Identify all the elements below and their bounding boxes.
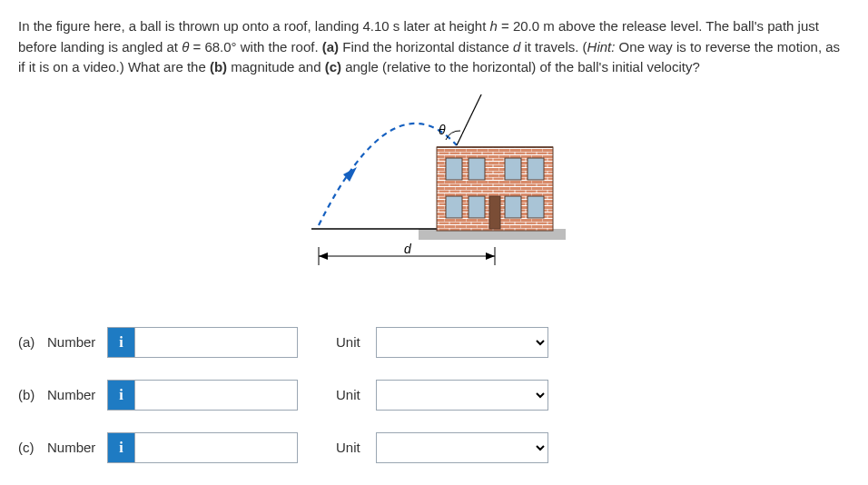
svg-rect-12 <box>446 196 462 218</box>
svg-rect-9 <box>469 158 485 180</box>
answers-section: (a) Number i Unit (b) Number i Unit (c) … <box>18 327 850 463</box>
answer-row-c: (c) Number i Unit <box>18 432 850 463</box>
unit-select-c[interactable] <box>376 432 548 463</box>
figure-container: θ d <box>18 94 850 292</box>
d-label: d <box>404 242 412 256</box>
number-input-c[interactable] <box>134 432 298 463</box>
svg-rect-13 <box>469 196 485 218</box>
svg-rect-10 <box>505 158 521 180</box>
info-icon[interactable]: i <box>107 327 134 358</box>
svg-marker-25 <box>486 252 495 260</box>
number-input-b[interactable] <box>134 380 298 411</box>
number-label: Number <box>47 332 107 353</box>
info-icon[interactable]: i <box>107 432 134 463</box>
svg-rect-8 <box>446 158 462 180</box>
unit-label: Unit <box>336 385 376 406</box>
problem-text: In the figure here, a ball is thrown up … <box>18 16 850 78</box>
unit-select-a[interactable] <box>376 327 548 358</box>
number-label: Number <box>47 385 107 406</box>
unit-label: Unit <box>336 438 376 459</box>
svg-line-18 <box>457 94 484 145</box>
projectile-figure: θ d <box>302 94 566 292</box>
svg-rect-14 <box>505 196 521 218</box>
svg-marker-23 <box>319 252 328 260</box>
svg-rect-16 <box>489 196 500 229</box>
svg-rect-15 <box>528 196 544 218</box>
unit-select-b[interactable] <box>376 380 548 411</box>
number-input-a[interactable] <box>134 327 298 358</box>
part-label: (a) <box>18 332 47 353</box>
unit-label: Unit <box>336 332 376 353</box>
answer-row-a: (a) Number i Unit <box>18 327 850 358</box>
part-label: (c) <box>18 438 47 459</box>
answer-row-b: (b) Number i Unit <box>18 380 850 411</box>
number-label: Number <box>47 438 107 459</box>
part-label: (b) <box>18 385 47 406</box>
svg-rect-11 <box>528 158 544 180</box>
info-icon[interactable]: i <box>107 380 134 411</box>
theta-label: θ <box>439 123 446 137</box>
